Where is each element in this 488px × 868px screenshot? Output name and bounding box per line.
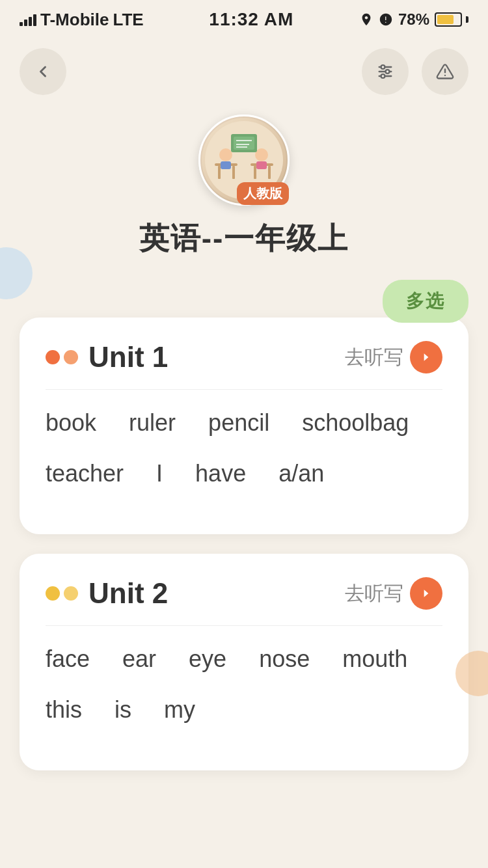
svg-rect-10 [218,166,221,179]
unit-1-arrow-icon [410,341,442,373]
system-icons: 78% [359,10,468,29]
word-aan[interactable]: a/an [278,460,324,487]
svg-rect-16 [268,166,271,179]
unit-1-word-list: book ruler pencil schoolbag teacher I ha… [46,409,442,511]
book-title: 英语--一年级上 [139,219,349,259]
svg-rect-11 [232,166,235,179]
svg-rect-13 [221,161,231,169]
network-type: LTE [113,10,143,30]
word-is[interactable]: is [115,696,131,724]
svg-point-3 [381,65,385,69]
unit-1-header: Unit 1 去听写 [46,341,442,373]
unit-1-dots [46,350,78,364]
unit-1-dictation-button[interactable]: 去听写 [345,341,442,373]
word-I[interactable]: I [156,460,163,487]
word-teacher[interactable]: teacher [46,460,124,487]
word-this[interactable]: this [46,696,82,724]
unit-2-arrow-icon [410,577,442,610]
svg-rect-15 [254,166,256,179]
word-my[interactable]: my [164,696,195,724]
word-have[interactable]: have [195,460,246,487]
battery-percent: 78% [398,10,429,29]
location-icon [359,12,373,27]
word-face[interactable]: face [46,645,90,673]
book-cover: 人教版 [198,115,290,206]
unit-2-title: Unit 2 [88,577,168,610]
word-book[interactable]: book [46,409,96,437]
units-container: Unit 1 去听写 book ruler pencil schoolbag t… [0,305,488,783]
unit-2-dictation-button[interactable]: 去听写 [345,577,442,610]
unit-2-title-area: Unit 2 [46,577,168,610]
back-button[interactable] [20,48,66,95]
unit-2-dots [46,586,78,601]
unit-1-title: Unit 1 [88,341,168,373]
carrier-name: T-Mobile [40,10,109,30]
dot-1 [46,350,60,364]
unit-2-divider [46,625,442,626]
dot-3 [46,586,60,601]
unit-2-word-list: face ear eye nose mouth this is my [46,645,442,747]
alert-button[interactable] [422,48,468,95]
svg-point-12 [219,148,232,161]
nav-bar [0,42,488,102]
battery-indicator [435,12,468,27]
word-nose[interactable]: nose [259,645,310,673]
status-bar: T-Mobile LTE 11:32 AM 78% [0,0,488,35]
unit-1-dictation-label: 去听写 [345,344,403,371]
word-ear[interactable]: ear [122,645,156,673]
nav-right-buttons [362,48,468,95]
edition-badge: 人教版 [237,182,289,205]
clock: 11:32 AM [209,9,293,30]
multi-select-button[interactable]: 多选 [383,280,468,323]
dot-2 [64,350,78,364]
unit-1-card: Unit 1 去听写 book ruler pencil schoolbag t… [20,318,468,534]
word-ruler[interactable]: ruler [129,409,176,437]
word-eye[interactable]: eye [189,645,226,673]
unit-1-title-area: Unit 1 [46,341,168,373]
alarm-icon [379,12,393,27]
word-schoolbag[interactable]: schoolbag [302,409,409,437]
settings-button[interactable] [362,48,409,95]
word-pencil[interactable]: pencil [208,409,269,437]
unit-2-header: Unit 2 去听写 [46,577,442,610]
svg-point-5 [381,74,385,78]
dot-4 [64,586,78,601]
unit-2-card: Unit 2 去听写 face ear eye nose mouth this … [20,554,468,770]
svg-rect-18 [256,161,267,169]
svg-point-4 [386,70,390,74]
unit-2-dictation-label: 去听写 [345,580,403,607]
signal-icon [20,13,36,26]
word-mouth[interactable]: mouth [342,645,407,673]
book-cover-section: 人教版 英语--一年级上 [0,102,488,265]
unit-1-divider [46,389,442,390]
svg-rect-20 [234,137,254,150]
carrier-info: T-Mobile LTE [20,10,144,30]
